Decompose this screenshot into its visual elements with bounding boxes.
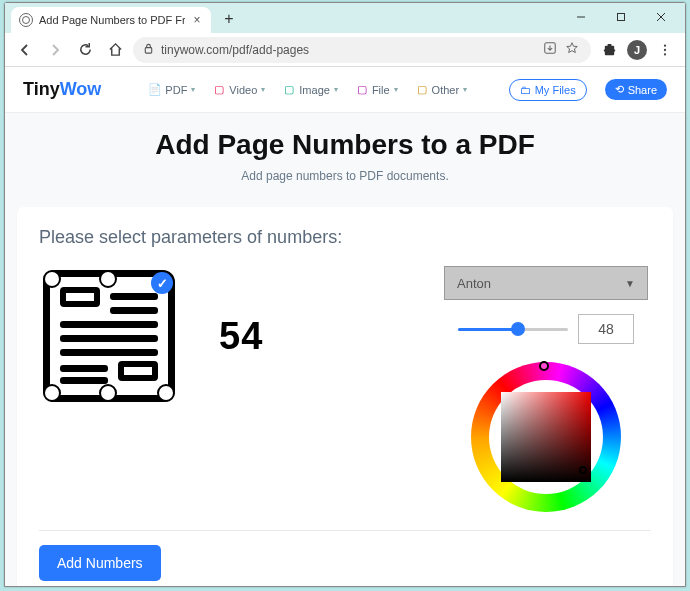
site-navbar: TinyWow 📄PDF▾ ▢Video▾ ▢Image▾ ▢File▾ ▢Ot… bbox=[5, 67, 685, 113]
number-preview: 54 bbox=[219, 315, 263, 358]
chevron-down-icon: ▼ bbox=[625, 278, 635, 289]
position-bottom-center[interactable] bbox=[99, 384, 117, 402]
nav-other[interactable]: ▢Other▾ bbox=[416, 84, 468, 96]
chevron-down-icon: ▾ bbox=[394, 85, 398, 94]
forward-button[interactable] bbox=[43, 38, 67, 62]
chevron-down-icon: ▾ bbox=[463, 85, 467, 94]
other-icon: ▢ bbox=[416, 84, 428, 96]
url-text: tinywow.com/pdf/add-pages bbox=[161, 43, 537, 57]
font-select[interactable]: Anton ▼ bbox=[444, 266, 648, 300]
tab-title: Add Page Numbers to PDF Free bbox=[39, 14, 185, 26]
color-picker[interactable] bbox=[471, 362, 621, 512]
hue-marker[interactable] bbox=[539, 361, 549, 371]
star-icon[interactable] bbox=[565, 41, 581, 58]
chevron-down-icon: ▾ bbox=[191, 85, 195, 94]
slider-thumb[interactable] bbox=[511, 322, 525, 336]
nav-video[interactable]: ▢Video▾ bbox=[213, 84, 265, 96]
size-slider[interactable] bbox=[458, 320, 568, 338]
home-button[interactable] bbox=[103, 38, 127, 62]
image-icon: ▢ bbox=[283, 84, 295, 96]
position-bottom-right[interactable] bbox=[157, 384, 175, 402]
reload-button[interactable] bbox=[73, 38, 97, 62]
position-bottom-left[interactable] bbox=[43, 384, 61, 402]
card-title: Please select parameters of numbers: bbox=[39, 227, 651, 248]
share-button[interactable]: ⟲Share bbox=[605, 79, 667, 100]
divider bbox=[39, 530, 651, 531]
nav-pdf[interactable]: 📄PDF▾ bbox=[149, 84, 195, 96]
close-icon[interactable]: × bbox=[191, 14, 203, 26]
font-selected-value: Anton bbox=[457, 276, 491, 291]
install-icon[interactable] bbox=[543, 41, 559, 58]
nav-image[interactable]: ▢Image▾ bbox=[283, 84, 338, 96]
menu-button[interactable] bbox=[653, 38, 677, 62]
share-icon: ⟲ bbox=[615, 83, 624, 96]
position-selector[interactable]: ✓ bbox=[39, 266, 179, 406]
saturation-marker[interactable] bbox=[579, 466, 587, 474]
svg-point-6 bbox=[664, 44, 666, 46]
minimize-button[interactable] bbox=[561, 5, 601, 29]
hero: Add Page Numbers to a PDF Add page numbe… bbox=[5, 113, 685, 197]
profile-avatar[interactable]: J bbox=[627, 40, 647, 60]
position-top-left[interactable] bbox=[43, 270, 61, 288]
url-input[interactable]: tinywow.com/pdf/add-pages bbox=[133, 37, 591, 63]
size-input[interactable] bbox=[578, 314, 634, 344]
site-logo[interactable]: TinyWow bbox=[23, 79, 101, 100]
folder-icon: 🗀 bbox=[520, 84, 531, 96]
globe-icon bbox=[19, 13, 33, 27]
video-icon: ▢ bbox=[213, 84, 225, 96]
lock-icon bbox=[143, 43, 155, 57]
svg-point-8 bbox=[664, 53, 666, 55]
position-top-center[interactable] bbox=[99, 270, 117, 288]
back-button[interactable] bbox=[13, 38, 37, 62]
add-numbers-button[interactable]: Add Numbers bbox=[39, 545, 161, 581]
new-tab-button[interactable]: + bbox=[217, 7, 241, 31]
svg-point-7 bbox=[664, 48, 666, 50]
page-content: TinyWow 📄PDF▾ ▢Video▾ ▢Image▾ ▢File▾ ▢Ot… bbox=[5, 67, 685, 586]
extensions-button[interactable] bbox=[597, 38, 621, 62]
window-titlebar: Add Page Numbers to PDF Free × + bbox=[5, 3, 685, 33]
svg-rect-1 bbox=[618, 14, 625, 21]
maximize-button[interactable] bbox=[601, 5, 641, 29]
pdf-icon: 📄 bbox=[149, 84, 161, 96]
nav-file[interactable]: ▢File▾ bbox=[356, 84, 398, 96]
svg-rect-4 bbox=[145, 47, 151, 53]
color-saturation-box[interactable] bbox=[501, 392, 591, 482]
close-window-button[interactable] bbox=[641, 5, 681, 29]
browser-tab[interactable]: Add Page Numbers to PDF Free × bbox=[11, 7, 211, 33]
position-top-right-selected[interactable]: ✓ bbox=[151, 272, 173, 294]
chevron-down-icon: ▾ bbox=[334, 85, 338, 94]
file-icon: ▢ bbox=[356, 84, 368, 96]
page-title: Add Page Numbers to a PDF bbox=[5, 129, 685, 161]
page-subtitle: Add page numbers to PDF documents. bbox=[5, 169, 685, 183]
chevron-down-icon: ▾ bbox=[261, 85, 265, 94]
my-files-button[interactable]: 🗀My Files bbox=[509, 79, 587, 101]
address-bar: tinywow.com/pdf/add-pages J bbox=[5, 33, 685, 67]
parameters-card: Please select parameters of numbers: bbox=[17, 207, 673, 586]
